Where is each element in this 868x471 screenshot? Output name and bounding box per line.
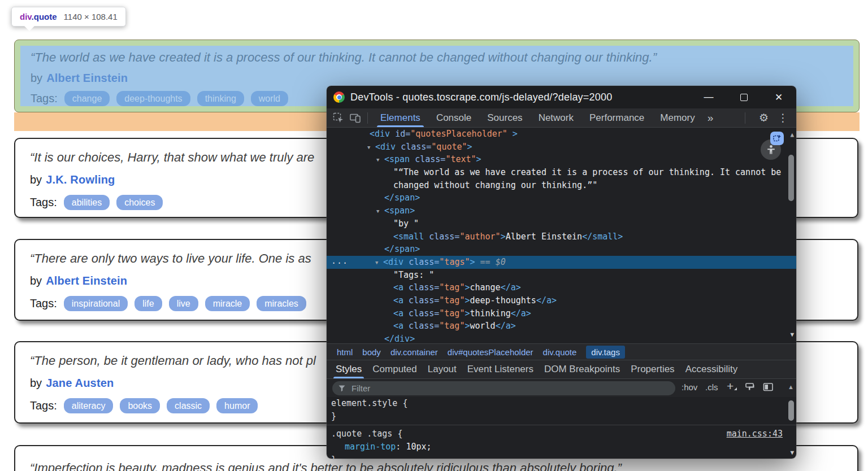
tag-link[interactable]: humor	[216, 398, 258, 413]
element-style-rule[interactable]: element.style {	[327, 397, 796, 410]
scrollbar-up-icon[interactable]: ▲	[788, 383, 794, 390]
more-tabs-icon[interactable]: »	[703, 112, 718, 124]
toggle-sidebar-icon[interactable]	[763, 382, 774, 394]
author-link[interactable]: Albert Einstein	[46, 72, 128, 84]
tab-computed[interactable]: Computed	[372, 360, 416, 378]
tab-memory[interactable]: Memory	[652, 108, 702, 127]
code-token: <div	[375, 142, 396, 152]
tag-link[interactable]: aliteracy	[64, 398, 114, 413]
tab-network[interactable]: Network	[531, 108, 581, 127]
element-style-selector: element.style	[331, 398, 397, 408]
expand-arrow-icon[interactable]: ▼	[376, 154, 379, 167]
dom-tree-row[interactable]: </div>	[327, 333, 796, 343]
tag-link[interactable]: abilities	[64, 195, 110, 210]
tag-link[interactable]: life	[134, 296, 162, 311]
tab-sources[interactable]: Sources	[479, 108, 530, 127]
css-rule-header[interactable]: main.css:43.quote .tags {	[327, 428, 796, 441]
inspect-element-icon[interactable]	[332, 112, 345, 124]
inspect-tooltip: div.quote1140 × 108.41	[11, 7, 126, 27]
ai-assistance-icon[interactable]	[770, 132, 784, 145]
breadcrumb-div-quotesPlaceholder[interactable]: div#quotesPlaceholder	[448, 347, 533, 357]
tab-event-listeners[interactable]: Event Listeners	[467, 360, 533, 378]
devtools-titlebar[interactable]: DevTools - quotes.toscrape.com/js-delaye…	[327, 86, 796, 108]
element-classes-button[interactable]: .cls	[705, 382, 718, 392]
toggle-element-state-button[interactable]: :hov	[682, 382, 697, 392]
tag-link[interactable]: deep-thoughts	[116, 91, 190, 106]
code-token: <a	[393, 282, 403, 293]
tag-link[interactable]: thinking	[197, 91, 244, 106]
rendering-brush-icon[interactable]	[745, 382, 755, 394]
settings-gear-icon[interactable]: ⚙	[759, 111, 769, 124]
code-token: <small	[393, 232, 424, 242]
author-link[interactable]: Albert Einstein	[46, 274, 127, 287]
dom-tree-row[interactable]: "by "	[327, 217, 796, 230]
dom-tree-row[interactable]: <a class="tag">world</a>	[327, 320, 796, 333]
code-token: "tag"	[439, 321, 465, 331]
tag-link[interactable]: miracles	[257, 296, 306, 311]
tab-properties[interactable]: Properties	[631, 360, 674, 378]
tab-dom-breakpoints[interactable]: DOM Breakpoints	[544, 360, 620, 378]
author-link[interactable]: J.K. Rowling	[46, 173, 115, 186]
tab-accessibility[interactable]: Accessibility	[685, 360, 738, 378]
expand-arrow-icon[interactable]: ▼	[367, 141, 370, 154]
device-toolbar-icon[interactable]	[349, 112, 362, 124]
menu-kebab-icon[interactable]: ⋮	[778, 111, 788, 124]
dom-tree-row[interactable]: <div id="quotesPlaceholder" >	[327, 128, 796, 141]
tag-link[interactable]: classic	[167, 398, 210, 413]
breadcrumb-div-tags[interactable]: div.tags	[586, 346, 625, 359]
tag-link[interactable]: world	[251, 91, 288, 106]
dom-tree-row[interactable]: <small class="author">Albert Einstein</s…	[327, 230, 796, 243]
dom-tree-row[interactable]: ▼<div class="quote">	[327, 141, 796, 154]
dom-tree-row[interactable]: ▼<span class="text">	[327, 153, 796, 166]
close-button[interactable]: ✕	[761, 86, 796, 108]
scrollbar-down-icon[interactable]: ▼	[790, 449, 794, 456]
expand-arrow-icon[interactable]: ▼	[375, 256, 378, 269]
tag-link[interactable]: miracle	[205, 296, 250, 311]
dom-tree-row[interactable]: "“The world as we have created it is a p…	[327, 166, 796, 179]
quote-byline: byAlbert Einstein	[31, 72, 843, 85]
tag-link[interactable]: inspirational	[64, 296, 128, 311]
breadcrumb-div-container[interactable]: div.container	[390, 347, 438, 357]
dom-tree-row[interactable]: ...▼<div class="tags"> == $0	[327, 256, 796, 269]
code-token: >	[467, 142, 472, 152]
author-link[interactable]: Jane Austen	[46, 377, 114, 389]
maximize-button[interactable]	[726, 86, 761, 108]
minimize-button[interactable]: —	[691, 86, 726, 108]
breadcrumb-body[interactable]: body	[362, 347, 381, 357]
by-label: by	[30, 377, 42, 389]
new-style-rule-button[interactable]: +	[727, 380, 734, 393]
breadcrumb-div-quote[interactable]: div.quote	[543, 347, 577, 357]
tab-performance[interactable]: Performance	[581, 108, 652, 127]
expand-arrow-icon[interactable]: ▼	[376, 205, 379, 218]
tag-link[interactable]: live	[169, 296, 198, 311]
code-token: thinking	[470, 308, 510, 319]
breadcrumb-html[interactable]: html	[337, 347, 353, 357]
dom-tree-row[interactable]: changed without changing our thinking.”"	[327, 179, 796, 192]
code-token: <div	[370, 129, 390, 139]
quote-text: “Imperfection is beauty, madness is geni…	[30, 461, 843, 471]
tags-label: Tags:	[30, 399, 57, 412]
tab-layout[interactable]: Layout	[428, 360, 457, 378]
code-token: class=	[403, 257, 439, 267]
code-token: >	[470, 257, 475, 267]
css-source-link[interactable]: main.css:43	[727, 428, 783, 441]
code-token: change	[470, 282, 500, 293]
dom-tree-row[interactable]: "Tags: "	[327, 269, 796, 282]
dom-tree-row[interactable]: </span>	[327, 243, 796, 256]
dom-tree-row[interactable]: ▼<span>	[327, 204, 796, 217]
tag-link[interactable]: choices	[116, 195, 163, 210]
dom-tree-row[interactable]: <a class="tag">change</a>	[327, 281, 796, 294]
styles-filter-input[interactable]	[350, 383, 579, 394]
tag-link[interactable]: change	[64, 91, 110, 106]
tag-link[interactable]: books	[120, 398, 160, 413]
page: “The world as we have created it is a pr…	[0, 0, 868, 471]
dom-tree-row[interactable]: </span>	[327, 191, 796, 204]
tab-elements[interactable]: Elements	[372, 108, 428, 127]
dom-tree-row[interactable]: <a class="tag">thinking</a>	[327, 307, 796, 320]
tab-styles[interactable]: Styles	[336, 360, 362, 378]
css-declaration[interactable]: margin-top: 10px;	[327, 441, 796, 453]
styles-filter-field[interactable]	[332, 381, 675, 395]
tab-console[interactable]: Console	[428, 108, 479, 127]
dom-tree-row[interactable]: <a class="tag">deep-thoughts</a>	[327, 294, 796, 307]
scrollbar-thumb[interactable]	[788, 400, 794, 421]
